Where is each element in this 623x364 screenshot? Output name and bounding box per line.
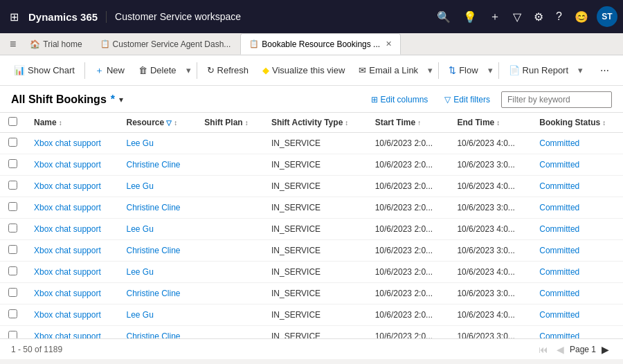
row-checkbox[interactable] xyxy=(8,224,17,233)
row-checkbox-cell[interactable] xyxy=(0,133,26,154)
name-link[interactable]: Xbox chat support xyxy=(34,246,101,255)
first-page-button[interactable]: ⏮ xyxy=(536,343,551,356)
help-icon[interactable]: ? xyxy=(552,8,566,26)
cell-booking-status: Committed xyxy=(531,240,623,262)
col-start-time[interactable]: Start Time ↑ xyxy=(367,113,449,133)
cell-name: Xbox chat support xyxy=(26,326,118,339)
avatar[interactable]: ST xyxy=(597,6,617,27)
cell-name: Xbox chat support xyxy=(26,283,118,304)
name-link[interactable]: Xbox chat support xyxy=(34,224,101,234)
col-shiftplan[interactable]: Shift Plan ↕ xyxy=(196,113,263,133)
cell-shiftplan xyxy=(196,133,263,154)
view-title-dropdown[interactable]: ▾ xyxy=(119,95,123,104)
resource-link[interactable]: Lee Gu xyxy=(127,138,154,148)
name-link[interactable]: Xbox chat support xyxy=(34,289,101,298)
new-button[interactable]: ＋ New xyxy=(89,62,130,80)
tab-bookable-resource[interactable]: 📋 Bookable Resource Bookings ... ✕ xyxy=(240,33,401,55)
tab-cs-agent-dash[interactable]: 📋 Customer Service Agent Dash... xyxy=(92,33,240,55)
tab-menu-icon[interactable]: ≡ xyxy=(6,35,20,53)
row-checkbox-cell[interactable] xyxy=(0,304,26,326)
resource-link[interactable]: Lee Gu xyxy=(127,267,154,277)
lightbulb-icon[interactable]: 💡 xyxy=(459,8,481,26)
name-link[interactable]: Xbox chat support xyxy=(34,267,101,277)
resource-link[interactable]: Christine Cline xyxy=(127,203,181,212)
resource-link[interactable]: Christine Cline xyxy=(127,246,181,255)
more-button[interactable]: ⋯ xyxy=(595,62,615,78)
run-report-button[interactable]: 📄 Run Report xyxy=(503,62,574,78)
email-dropdown-icon[interactable]: ▾ xyxy=(426,62,434,78)
filter-edit-icon: ▽ xyxy=(444,95,451,104)
name-link[interactable]: Xbox chat support xyxy=(34,331,101,338)
table-row: Xbox chat support Christine Cline IN_SER… xyxy=(0,154,623,176)
row-checkbox[interactable] xyxy=(8,245,17,254)
email-link-button[interactable]: ✉ Email a Link xyxy=(353,62,424,78)
row-checkbox-cell[interactable] xyxy=(0,197,26,219)
row-checkbox[interactable] xyxy=(8,202,17,211)
pagination: ⏮ ◀ Page 1 ▶ xyxy=(536,343,612,356)
search-icon[interactable]: 🔍 xyxy=(433,8,455,26)
visualize-button[interactable]: ◆ Visualize this view xyxy=(257,62,350,78)
add-icon[interactable]: ＋ xyxy=(485,7,505,27)
name-sort-icon: ↕ xyxy=(59,119,62,127)
resource-link[interactable]: Lee Gu xyxy=(127,181,154,191)
col-name[interactable]: Name ↕ xyxy=(26,113,118,133)
row-checkbox-cell[interactable] xyxy=(0,326,26,339)
row-checkbox[interactable] xyxy=(8,138,17,147)
name-link[interactable]: Xbox chat support xyxy=(34,181,101,191)
tab-close-icon[interactable]: ✕ xyxy=(386,39,392,48)
table-container: Name ↕ Resource ▽ ↕ Shift Plan ↕ xyxy=(0,113,623,338)
resource-link[interactable]: Christine Cline xyxy=(127,160,181,170)
row-checkbox-cell[interactable] xyxy=(0,283,26,304)
keyword-filter-input[interactable] xyxy=(501,91,612,108)
settings-icon[interactable]: ⚙ xyxy=(530,8,548,26)
cell-activity-type: IN_SERVICE xyxy=(263,154,367,176)
report-dropdown-icon[interactable]: ▾ xyxy=(577,62,584,78)
resource-sort-icon: ↕ xyxy=(174,119,177,127)
row-checkbox[interactable] xyxy=(8,309,17,318)
apps-grid-icon[interactable]: ⊞ xyxy=(6,8,23,26)
resource-link[interactable]: Christine Cline xyxy=(127,331,181,338)
tab-trial-home[interactable]: 🏠 Trial home xyxy=(21,33,90,55)
cell-name: Xbox chat support xyxy=(26,154,118,176)
prev-page-button[interactable]: ◀ xyxy=(554,343,567,356)
name-link[interactable]: Xbox chat support xyxy=(34,310,101,320)
row-checkbox[interactable] xyxy=(8,159,17,168)
show-chart-button[interactable]: 📊 Show Chart xyxy=(8,62,80,78)
edit-filters-button[interactable]: ▽ Edit filters xyxy=(439,92,496,107)
next-page-button[interactable]: ▶ xyxy=(599,343,612,356)
toolbar-sep-1 xyxy=(84,62,85,79)
name-link[interactable]: Xbox chat support xyxy=(34,160,101,170)
delete-button[interactable]: 🗑 Delete xyxy=(133,62,182,78)
user-icon[interactable]: 😊 xyxy=(570,8,593,26)
col-activity-type[interactable]: Shift Activity Type ↕ xyxy=(263,113,367,133)
row-checkbox-cell[interactable] xyxy=(0,240,26,262)
resource-link[interactable]: Christine Cline xyxy=(127,289,181,298)
row-checkbox[interactable] xyxy=(8,266,17,275)
row-checkbox[interactable] xyxy=(8,181,17,190)
name-link[interactable]: Xbox chat support xyxy=(34,203,101,212)
resource-link[interactable]: Lee Gu xyxy=(127,310,154,320)
name-link[interactable]: Xbox chat support xyxy=(34,138,101,148)
select-all-checkbox[interactable] xyxy=(8,117,17,126)
filter-icon[interactable]: ▽ xyxy=(509,8,525,26)
cell-resource: Lee Gu xyxy=(118,133,197,154)
cell-start-time: 10/6/2023 2:0... xyxy=(367,304,449,326)
row-checkbox-cell[interactable] xyxy=(0,262,26,283)
select-all-header[interactable] xyxy=(0,113,26,133)
resource-link[interactable]: Lee Gu xyxy=(127,224,154,234)
edit-columns-button[interactable]: ⊞ Edit columns xyxy=(365,92,434,107)
delete-dropdown-icon[interactable]: ▾ xyxy=(185,62,192,78)
col-booking-status[interactable]: Booking Status ↕ xyxy=(531,113,623,133)
bookings-table: Name ↕ Resource ▽ ↕ Shift Plan ↕ xyxy=(0,113,623,338)
col-end-time[interactable]: End Time ↕ xyxy=(449,113,531,133)
table-row: Xbox chat support Lee Gu IN_SERVICE 10/6… xyxy=(0,304,623,326)
col-resource[interactable]: Resource ▽ ↕ xyxy=(118,113,197,133)
row-checkbox-cell[interactable] xyxy=(0,176,26,197)
row-checkbox-cell[interactable] xyxy=(0,219,26,240)
row-checkbox[interactable] xyxy=(8,331,17,338)
row-checkbox-cell[interactable] xyxy=(0,154,26,176)
flow-dropdown-icon[interactable]: ▾ xyxy=(487,62,494,78)
flow-button[interactable]: ⇅ Flow xyxy=(443,62,483,78)
row-checkbox[interactable] xyxy=(8,288,17,297)
refresh-button[interactable]: ↻ Refresh xyxy=(201,62,255,78)
